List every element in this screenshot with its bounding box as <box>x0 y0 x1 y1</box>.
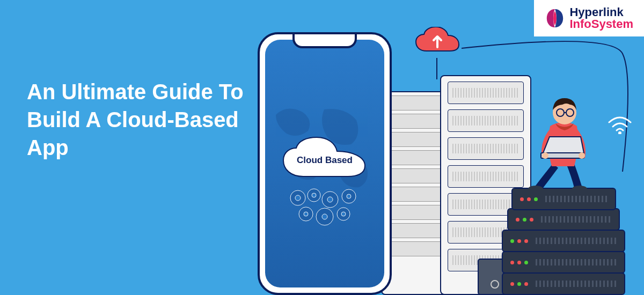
phone-notch-icon <box>292 34 357 48</box>
upload-cloud-icon <box>413 27 462 59</box>
svg-point-13 <box>341 212 346 216</box>
svg-point-14 <box>618 131 621 134</box>
person-with-laptop-icon <box>521 83 617 190</box>
svg-point-1 <box>295 195 301 201</box>
logo-text-top: Hyperlink <box>569 6 633 18</box>
server-stack-icon <box>502 188 625 295</box>
svg-point-5 <box>327 197 333 202</box>
phone-screen: Cloud Based <box>265 40 384 287</box>
svg-point-7 <box>347 194 351 198</box>
phone-device-icon: Cloud Based <box>258 32 392 295</box>
svg-point-19 <box>579 152 585 159</box>
gears-icon <box>282 185 368 233</box>
cloud-label: Cloud Based <box>297 155 353 166</box>
hero-title: An Ultimate Guide To Build A Cloud-Based… <box>27 78 252 161</box>
hero-illustration: Cloud Based <box>258 32 633 295</box>
svg-point-3 <box>312 193 316 197</box>
power-button-icon <box>491 280 499 289</box>
svg-point-18 <box>542 152 548 159</box>
svg-point-11 <box>322 214 327 219</box>
wifi-icon <box>606 113 633 134</box>
svg-point-9 <box>304 212 308 216</box>
